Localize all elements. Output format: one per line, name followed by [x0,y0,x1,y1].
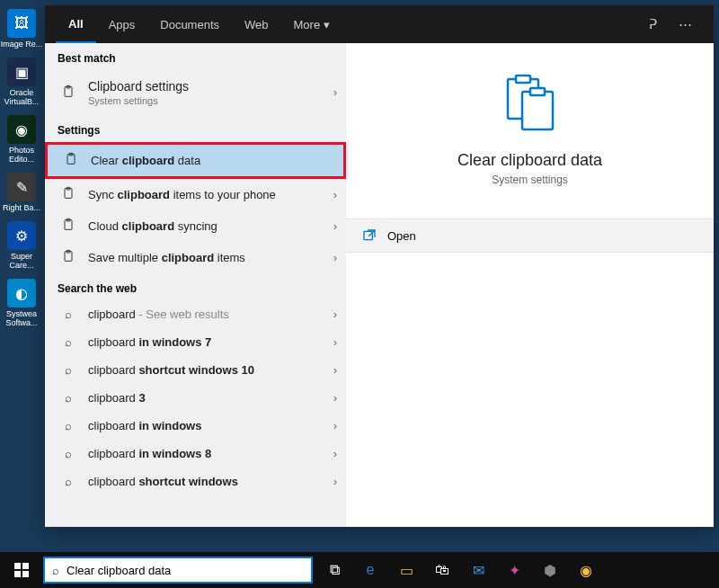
tab-web[interactable]: Web [232,5,281,43]
svg-rect-13 [530,88,545,95]
tab-more[interactable]: More ▾ [281,5,342,43]
tab-all[interactable]: All [56,5,96,43]
detail-pane: Clear clipboard data System settings Ope… [346,43,714,527]
search-icon: ⌕ [59,475,77,488]
chevron-right-icon: › [333,86,337,99]
file-explorer-icon[interactable]: ▭ [392,556,421,584]
app-icon[interactable]: ✦ [500,556,528,584]
app-icon[interactable]: ⬢ [536,556,564,584]
chevron-right-icon: › [333,220,337,233]
search-icon: ⌕ [59,391,77,405]
desktop-icon[interactable]: 🖼Image Re... [0,9,43,49]
chevron-right-icon: › [333,252,337,264]
result-save-multiple-clipboard[interactable]: Save multiple clipboard items › [45,242,346,273]
web-result[interactable]: ⌕ clipboard in windows › [45,412,346,440]
clipboard-icon [62,152,80,169]
results-list: Best match Clipboard settings System set… [45,43,346,527]
chevron-right-icon: › [333,420,337,432]
svg-rect-17 [14,571,21,577]
desktop-icon[interactable]: ◉Photos Edito... [0,115,43,164]
svg-rect-14 [364,231,372,239]
svg-rect-12 [522,92,553,129]
svg-rect-11 [516,76,530,83]
open-button[interactable]: Open [346,218,714,253]
clipboard-large-icon [504,74,556,135]
chevron-right-icon: › [333,364,337,377]
detail-title: Clear clipboard data [457,151,602,170]
search-popup: All Apps Documents Web More ▾ ᕈ ⋯ Best m… [45,5,714,527]
edge-icon[interactable]: e [356,556,385,584]
clipboard-icon [59,218,77,235]
section-best-match: Best match [45,43,346,70]
tab-documents[interactable]: Documents [147,5,232,43]
web-result[interactable]: ⌕ clipboard in windows 7 › [45,328,346,356]
clipboard-icon [59,186,77,203]
store-icon[interactable]: 🛍 [428,556,457,584]
search-icon: ⌕ [52,564,59,577]
tab-apps[interactable]: Apps [96,5,148,43]
result-cloud-clipboard[interactable]: Cloud clipboard syncing › [45,210,346,242]
detail-subtitle: System settings [492,174,568,186]
web-result[interactable]: ⌕ clipboard - See web results › [45,300,346,328]
web-result[interactable]: ⌕ clipboard shortcut windows › [45,468,346,495]
feedback-icon[interactable]: ᕈ [638,16,668,32]
taskbar: ⌕ ⧉ e ▭ 🛍 ✉ ✦ ⬢ ◉ [0,552,719,588]
section-search-web: Search the web [45,273,346,300]
search-icon: ⌕ [59,307,77,321]
search-icon: ⌕ [59,447,77,460]
search-input[interactable] [67,564,304,577]
start-button[interactable] [0,552,43,588]
desktop-icon[interactable]: ✎Right Ba... [0,173,43,212]
chevron-right-icon: › [333,476,337,488]
clipboard-icon [59,249,77,266]
search-icon: ⌕ [59,419,77,432]
mail-icon[interactable]: ✉ [464,556,493,584]
result-sync-clipboard[interactable]: Sync clipboard items to your phone › [45,179,346,210]
search-box[interactable]: ⌕ [43,557,313,584]
section-settings: Settings [45,115,346,142]
chevron-right-icon: › [333,336,337,349]
svg-rect-15 [14,563,21,569]
open-icon [362,228,377,243]
desktop-icon[interactable]: ◐Systwea Softwa... [0,279,43,327]
svg-rect-16 [22,563,29,569]
search-icon: ⌕ [59,335,77,349]
svg-rect-18 [22,571,29,577]
desktop-icon[interactable]: ▣Oracle VirtualB... [0,58,43,106]
more-icon[interactable]: ⋯ [668,16,703,32]
search-icon: ⌕ [59,363,77,377]
chrome-icon[interactable]: ◉ [572,556,600,584]
web-result[interactable]: ⌕ clipboard in windows 8 › [45,440,346,468]
chevron-right-icon: › [333,448,337,460]
chevron-right-icon: › [333,189,337,201]
clipboard-icon [59,85,77,102]
result-clipboard-settings[interactable]: Clipboard settings System settings › [45,70,346,115]
desktop-icons-column: 🖼Image Re... ▣Oracle VirtualB... ◉Photos… [0,0,45,336]
web-result[interactable]: ⌕ clipboard 3 › [45,384,346,412]
desktop-icon[interactable]: ⚙Super Care... [0,221,43,270]
search-tabs: All Apps Documents Web More ▾ ᕈ ⋯ [45,5,714,43]
web-result[interactable]: ⌕ clipboard shortcut windows 10 › [45,356,346,384]
result-clear-clipboard-data[interactable]: Clear clipboard data [45,142,346,179]
chevron-right-icon: › [333,392,337,405]
chevron-right-icon: › [333,308,337,321]
task-view-icon[interactable]: ⧉ [320,556,349,584]
